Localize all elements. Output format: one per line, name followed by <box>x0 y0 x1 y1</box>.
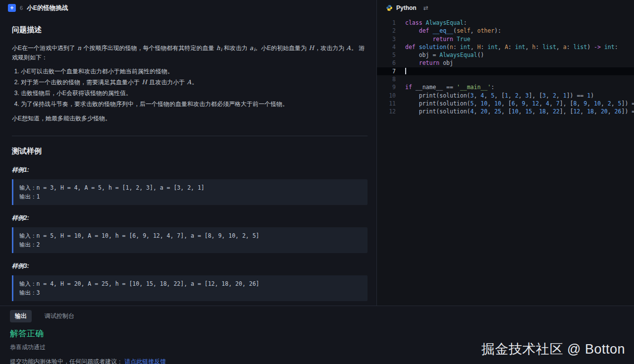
code-token: AlwaysEqual <box>439 52 477 58</box>
code-token: 22 <box>553 108 560 115</box>
code-token: ], [ <box>560 108 574 115</box>
line-number[interactable]: 9 <box>377 83 396 91</box>
code-token <box>405 36 432 43</box>
code-token: print(solution( <box>405 92 471 99</box>
code-line[interactable]: 10 print(solution(3, 4, 5, [1, 2, 3], [3… <box>377 92 634 100</box>
main-area: + 6 小E的怪物挑战 问题描述 小E在一个游戏中遇到了 n 个按顺序出现的怪物… <box>0 0 634 306</box>
line-number[interactable]: 6 <box>377 59 396 67</box>
code-token: ]) == <box>622 100 634 107</box>
code-token: 7 <box>556 100 560 107</box>
sample-input: 输入：n = 3, H = 4, A = 5, h = [1, 2, 3], a… <box>19 184 362 192</box>
code-token: , <box>611 100 618 107</box>
code-token: 10 <box>594 100 601 107</box>
text-segment: 且攻击力小于 <box>148 79 187 86</box>
text-segment: 击败怪物后，小E会获得该怪物的属性值。 <box>21 90 132 97</box>
code-token: , [ <box>501 100 512 107</box>
code-line[interactable]: 4def solution(n: int, H: int, A: int, h:… <box>377 43 634 51</box>
line-number[interactable]: 7 <box>377 67 396 75</box>
tab-output[interactable]: 输出 <box>10 310 32 322</box>
code-token: if <box>405 84 412 91</box>
language-label[interactable]: Python <box>396 4 417 11</box>
code-text: return obj <box>396 59 453 67</box>
code-line[interactable]: 9if __name__ == '__main__': <box>377 83 634 91</box>
code-token: 20 <box>480 108 487 115</box>
text-segment: A <box>186 79 192 86</box>
app-logo[interactable]: + <box>8 4 16 12</box>
code-token: 5 <box>471 100 474 107</box>
code-token: ]) == <box>621 108 634 115</box>
text-segment: 。小E的初始血量为 <box>255 45 308 52</box>
code-line[interactable]: 5 obj = AlwaysEqual() <box>377 51 634 59</box>
challenge-title: 小E的怪物挑战 <box>27 4 68 12</box>
sample-case-1: 样例1: 输入：n = 3, H = 4, A = 5, h = [1, 2, … <box>12 165 368 205</box>
feedback-link[interactable]: 请点此链接反馈 <box>124 358 166 364</box>
line-number[interactable]: 11 <box>377 100 396 107</box>
code-line[interactable]: 12 print(solution(4, 20, 25, [10, 15, 18… <box>377 107 634 115</box>
text-segment: ，攻击力为 <box>315 45 346 52</box>
sample-input: 输入：n = 4, H = 20, A = 25, h = [10, 15, 1… <box>19 280 362 288</box>
line-number[interactable]: 10 <box>377 92 396 100</box>
line-number[interactable]: 2 <box>377 27 396 35</box>
editor-panel: Python ⇄ 1class AlwaysEqual:2 def __eq__… <box>377 0 634 306</box>
problem-question: 小E想知道，她最多能击败多少怪物。 <box>12 114 368 123</box>
line-number[interactable]: 1 <box>377 19 396 27</box>
line-number[interactable]: 4 <box>377 43 396 51</box>
code-token: 15 <box>525 108 532 115</box>
code-token: : <box>508 44 515 51</box>
code-token: ) <box>587 44 594 51</box>
sample-case-2: 样例2: 输入：n = 5, H = 10, A = 10, h = [6, 9… <box>12 213 368 253</box>
code-token: , <box>519 92 526 99</box>
code-editor[interactable]: 1class AlwaysEqual:2 def __eq__(self, ot… <box>377 16 634 306</box>
problem-panel: + 6 小E的怪物挑战 问题描述 小E在一个游戏中遇到了 n 个按顺序出现的怪物… <box>0 0 376 306</box>
line-number[interactable]: 5 <box>377 51 396 59</box>
code-token: ( <box>453 27 457 34</box>
code-line[interactable]: 1class AlwaysEqual: <box>377 19 634 27</box>
code-token: return <box>419 59 440 66</box>
code-token: 4 <box>471 108 474 115</box>
code-token: ], [ <box>560 100 574 107</box>
code-token: class <box>405 19 423 26</box>
section-divider <box>12 136 368 136</box>
sample-label: 样例3: <box>12 261 368 271</box>
code-token: , <box>498 44 505 51</box>
rule-item: 对于第一个击败的怪物，需要满足其血量小于 H 且攻击力小于 A。 <box>21 78 368 87</box>
code-token: 1 <box>563 92 567 99</box>
code-token: 5 <box>618 100 622 107</box>
code-line[interactable]: 2 def __eq__(self, other): <box>377 27 634 35</box>
code-token: 20 <box>601 108 608 115</box>
code-token: int <box>515 44 526 51</box>
code-line[interactable]: 6 return obj <box>377 59 634 67</box>
code-token: : <box>480 44 487 51</box>
code-line[interactable]: 3 return True <box>377 35 634 43</box>
code-token: , <box>546 108 553 115</box>
code-text <box>396 67 406 75</box>
code-token: 3 <box>542 92 546 99</box>
code-token <box>453 36 457 43</box>
code-token <box>416 44 419 51</box>
code-token: , <box>471 44 477 51</box>
code-line[interactable]: 8 <box>377 75 634 83</box>
swap-arrows-icon[interactable]: ⇄ <box>423 4 428 11</box>
console-tabs: 输出 调试控制台 <box>10 310 624 322</box>
code-line[interactable]: 11 print(solution(5, 10, 10, [6, 9, 12, … <box>377 100 634 107</box>
result-subtitle: 恭喜成功通过 <box>10 343 624 352</box>
sample-label: 样例2: <box>12 213 368 223</box>
line-number[interactable]: 8 <box>377 75 396 83</box>
code-token: 12 <box>573 108 580 115</box>
code-token <box>423 19 426 26</box>
code-token: ], [ <box>528 92 542 99</box>
code-token: : <box>491 84 494 91</box>
app-root: + 6 小E的怪物挑战 问题描述 小E在一个游戏中遇到了 n 个按顺序出现的怪物… <box>0 0 634 364</box>
python-icon <box>386 4 393 11</box>
code-line[interactable]: 7 <box>377 67 634 75</box>
code-token: def <box>419 27 429 34</box>
code-token: return <box>432 36 453 43</box>
code-token: , [ <box>501 108 512 115</box>
code-token: ]) == <box>567 92 587 99</box>
problem-content[interactable]: 问题描述 小E在一个游戏中遇到了 n 个按顺序出现的怪物，每个怪物都有其特定的血… <box>0 16 376 306</box>
line-number[interactable]: 12 <box>377 107 396 115</box>
code-token: , <box>539 100 546 107</box>
tab-debug-console[interactable]: 调试控制台 <box>40 310 79 322</box>
code-token: : <box>535 44 542 51</box>
line-number[interactable]: 3 <box>377 35 396 43</box>
